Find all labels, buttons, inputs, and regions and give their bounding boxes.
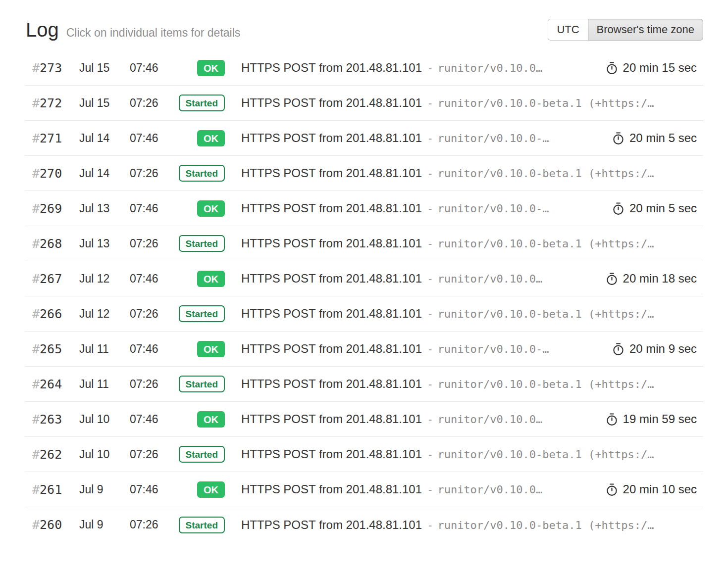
duration: 20 min 5 sec — [612, 131, 697, 145]
event-description: HTTPS POST from 201.48.81.101 - runitor/… — [241, 377, 697, 391]
event-time: 07:26 — [130, 518, 178, 531]
event-text: HTTPS POST from 201.48.81.101 — [241, 201, 422, 215]
status-badge-cell: OK — [178, 481, 225, 498]
log-row[interactable]: #266 Jul 12 07:26 Started HTTPS POST fro… — [25, 296, 703, 332]
event-agent-separator: - — [428, 483, 432, 496]
log-row[interactable]: #273 Jul 15 07:46 OK HTTPS POST from 201… — [25, 50, 703, 86]
status-badge: OK — [197, 200, 225, 217]
event-text: HTTPS POST from 201.48.81.101 — [241, 166, 422, 180]
event-agent-separator: - — [428, 343, 432, 356]
event-number: #266 — [32, 307, 79, 321]
event-time: 07:46 — [130, 61, 178, 75]
duration-text: 19 min 59 sec — [623, 412, 697, 426]
event-time: 07:46 — [130, 132, 178, 145]
status-badge-cell: Started — [178, 376, 225, 392]
event-number-value: 271 — [40, 131, 62, 145]
event-number-hash: # — [32, 342, 40, 356]
utc-button[interactable]: UTC — [548, 19, 587, 41]
user-agent: runitor/v0.10.0… — [437, 483, 542, 496]
stopwatch-icon — [612, 132, 625, 145]
user-agent: runitor/v0.10.0-… — [437, 132, 549, 144]
event-text: HTTPS POST from 201.48.81.101 — [241, 237, 422, 250]
log-row[interactable]: #261 Jul 9 07:46 OK HTTPS POST from 201.… — [25, 472, 703, 507]
event-agent-separator: - — [428, 167, 432, 180]
log-row[interactable]: #263 Jul 10 07:46 OK HTTPS POST from 201… — [25, 402, 703, 437]
event-date: Jul 9 — [79, 483, 130, 496]
event-number-value: 264 — [40, 377, 62, 391]
event-date: Jul 14 — [79, 132, 130, 145]
event-time: 07:46 — [130, 342, 178, 356]
log-row[interactable]: #267 Jul 12 07:46 OK HTTPS POST from 201… — [25, 261, 703, 296]
event-agent-separator: - — [428, 448, 432, 461]
event-text: HTTPS POST from 201.48.81.101 — [241, 272, 422, 286]
log-row[interactable]: #270 Jul 14 07:26 Started HTTPS POST fro… — [25, 156, 703, 191]
page-title: Log — [26, 20, 59, 40]
event-number: #273 — [32, 61, 79, 75]
stopwatch-icon — [605, 61, 619, 75]
status-badge: OK — [197, 411, 225, 428]
status-badge-cell: OK — [178, 60, 225, 76]
event-number-value: 273 — [40, 61, 62, 75]
user-agent: runitor/v0.10.0… — [437, 62, 542, 74]
event-date: Jul 12 — [79, 272, 130, 286]
log-row[interactable]: #262 Jul 10 07:26 Started HTTPS POST fro… — [25, 437, 703, 472]
title-wrap: Log Click on individual items for detail… — [26, 20, 240, 40]
status-badge: Started — [179, 165, 225, 182]
status-badge: OK — [197, 271, 225, 287]
user-agent: runitor/v0.10.0-beta.1 (+https:/… — [437, 448, 654, 461]
event-number: #262 — [32, 447, 79, 462]
page-subtitle: Click on individual items for details — [66, 26, 241, 40]
log-row[interactable]: #260 Jul 9 07:26 Started HTTPS POST from… — [25, 507, 703, 542]
event-number-value: 267 — [40, 272, 62, 286]
event-number: #268 — [32, 237, 79, 251]
stopwatch-icon — [612, 202, 625, 215]
status-badge: Started — [179, 517, 225, 533]
status-badge-cell: OK — [178, 130, 225, 146]
log-row[interactable]: #269 Jul 13 07:46 OK HTTPS POST from 201… — [25, 191, 703, 226]
event-description: HTTPS POST from 201.48.81.101 - runitor/… — [241, 201, 605, 215]
event-text: HTTPS POST from 201.48.81.101 — [241, 342, 422, 356]
status-badge-cell: Started — [178, 235, 225, 252]
event-agent-separator: - — [428, 62, 432, 75]
log-row[interactable]: #271 Jul 14 07:46 OK HTTPS POST from 201… — [25, 121, 703, 156]
event-number-value: 272 — [40, 96, 62, 110]
status-badge: Started — [179, 446, 225, 463]
status-badge-cell: OK — [178, 411, 225, 428]
user-agent: runitor/v0.10.0-beta.1 (+https:/… — [437, 238, 654, 250]
duration-text: 20 min 5 sec — [629, 201, 697, 215]
event-text: HTTPS POST from 201.48.81.101 — [241, 61, 422, 75]
event-number-hash: # — [32, 201, 40, 216]
event-number-hash: # — [32, 166, 40, 181]
event-date: Jul 15 — [79, 96, 130, 110]
event-description: HTTPS POST from 201.48.81.101 - runitor/… — [241, 237, 697, 250]
event-number-value: 269 — [40, 201, 62, 216]
event-number-hash: # — [32, 412, 40, 427]
event-number: #260 — [32, 518, 79, 532]
status-badge-cell: Started — [178, 95, 225, 111]
event-description: HTTPS POST from 201.48.81.101 - runitor/… — [241, 131, 605, 145]
timezone-toggle: UTC Browser's time zone — [548, 19, 703, 41]
event-number-hash: # — [32, 131, 40, 145]
event-date: Jul 12 — [79, 307, 130, 321]
stopwatch-icon — [605, 413, 619, 426]
event-time: 07:26 — [130, 448, 178, 461]
event-text: HTTPS POST from 201.48.81.101 — [241, 482, 422, 496]
event-number-hash: # — [32, 307, 40, 321]
log-row[interactable]: #272 Jul 15 07:26 Started HTTPS POST fro… — [25, 86, 703, 121]
event-agent-separator: - — [428, 308, 432, 321]
log-row[interactable]: #264 Jul 11 07:26 Started HTTPS POST fro… — [25, 367, 703, 402]
event-agent-separator: - — [428, 413, 432, 426]
log-row[interactable]: #268 Jul 13 07:26 Started HTTPS POST fro… — [25, 226, 703, 261]
event-time: 07:26 — [130, 378, 178, 391]
event-time: 07:46 — [130, 483, 178, 496]
status-badge-cell: OK — [178, 200, 225, 217]
browser-time-zone-button[interactable]: Browser's time zone — [588, 19, 703, 41]
event-date: Jul 11 — [79, 378, 130, 391]
event-agent-separator: - — [428, 378, 432, 391]
event-number: #271 — [32, 131, 79, 145]
duration: 20 min 10 sec — [605, 482, 697, 496]
event-description: HTTPS POST from 201.48.81.101 - runitor/… — [241, 61, 598, 75]
log-row[interactable]: #265 Jul 11 07:46 OK HTTPS POST from 201… — [25, 332, 703, 367]
event-time: 07:46 — [130, 202, 178, 215]
event-agent-separator: - — [428, 202, 432, 215]
